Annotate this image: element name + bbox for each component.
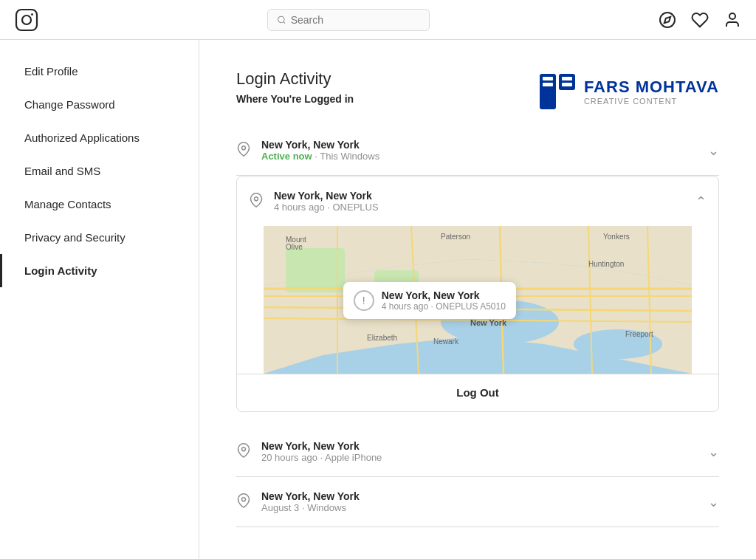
svg-rect-9 bbox=[543, 77, 553, 80]
map-container: Mount Olive Paterson Yonkers Huntington … bbox=[237, 226, 718, 374]
svg-point-5 bbox=[660, 13, 675, 27]
sidebar-item-email-sms[interactable]: Email and SMS bbox=[0, 154, 199, 188]
session-4-text: New York, New York August 3 · Windows bbox=[261, 490, 360, 513]
chevron-down-icon-3: ⌄ bbox=[708, 444, 719, 460]
top-navigation bbox=[0, 0, 756, 40]
main-layout: Edit Profile Change Password Authorized … bbox=[0, 40, 756, 559]
session-2-location: New York, New York bbox=[274, 190, 379, 202]
session-4-info: New York, New York August 3 · Windows bbox=[236, 490, 360, 513]
profile-icon[interactable] bbox=[724, 11, 741, 29]
session-4-detail: August 3 · Windows bbox=[261, 502, 360, 513]
brand-tagline: CREATIVE CONTENT bbox=[584, 97, 719, 106]
content-area: Login Activity Where You're Logged in FA… bbox=[199, 40, 756, 559]
svg-text:Paterson: Paterson bbox=[441, 233, 470, 241]
svg-line-4 bbox=[284, 21, 285, 23]
svg-text:Newark: Newark bbox=[433, 337, 459, 346]
svg-rect-13 bbox=[562, 83, 572, 86]
tooltip-warning-icon: ! bbox=[354, 290, 374, 311]
sidebar-item-privacy-security[interactable]: Privacy and Security bbox=[0, 221, 199, 254]
session-3-location: New York, New York bbox=[261, 440, 382, 452]
logout-row: Log Out bbox=[237, 374, 718, 411]
explore-icon[interactable] bbox=[659, 11, 676, 29]
sidebar-item-login-activity[interactable]: Login Activity bbox=[0, 254, 199, 287]
svg-point-42 bbox=[242, 447, 246, 450]
session-1: New York, New York Active now · This Win… bbox=[236, 126, 719, 176]
brand-name: FARS MOHTAVA bbox=[584, 78, 719, 97]
svg-text:Olive: Olive bbox=[286, 243, 303, 251]
svg-point-14 bbox=[242, 145, 246, 149]
svg-text:Freeport: Freeport bbox=[625, 330, 653, 338]
session-3-header[interactable]: New York, New York 20 hours ago · Apple … bbox=[236, 427, 719, 476]
tooltip-title: New York, New York bbox=[382, 289, 506, 301]
svg-point-1 bbox=[22, 16, 31, 24]
svg-text:Huntington: Huntington bbox=[588, 260, 624, 268]
sidebar-item-change-password[interactable]: Change Password bbox=[0, 88, 199, 121]
svg-point-2 bbox=[31, 13, 33, 16]
session-2-detail: 4 hours ago · ONEPLUS bbox=[274, 202, 379, 213]
session-4: New York, New York August 3 · Windows ⌄ bbox=[236, 477, 719, 527]
heart-icon[interactable] bbox=[691, 11, 709, 29]
where-logged-label: Where You're Logged in bbox=[236, 93, 354, 105]
search-bar[interactable] bbox=[267, 9, 430, 31]
sidebar-item-authorized-applications[interactable]: Authorized Applications bbox=[0, 121, 199, 154]
sidebar: Edit Profile Change Password Authorized … bbox=[0, 40, 199, 559]
brand-text-group: FARS MOHTAVA CREATIVE CONTENT bbox=[584, 78, 719, 106]
instagram-logo bbox=[15, 8, 38, 32]
svg-point-7 bbox=[729, 13, 735, 19]
chevron-down-icon-4: ⌄ bbox=[708, 494, 719, 510]
svg-point-15 bbox=[255, 196, 258, 200]
chevron-up-icon-2: ⌃ bbox=[695, 193, 707, 210]
svg-rect-0 bbox=[16, 10, 37, 30]
session-1-header[interactable]: New York, New York Active now · This Win… bbox=[236, 126, 719, 175]
session-4-location: New York, New York bbox=[261, 490, 360, 502]
session-1-location: New York, New York bbox=[261, 139, 379, 151]
session-3: New York, New York 20 hours ago · Apple … bbox=[236, 427, 719, 477]
pin-icon-1 bbox=[236, 142, 251, 160]
session-1-info: New York, New York Active now · This Win… bbox=[236, 139, 379, 162]
content-header: Login Activity Where You're Logged in FA… bbox=[236, 69, 719, 111]
session-2-info: New York, New York 4 hours ago · ONEPLUS bbox=[249, 190, 379, 213]
sidebar-item-edit-profile[interactable]: Edit Profile bbox=[0, 55, 199, 88]
session-1-detail: Active now · This Windows bbox=[261, 151, 379, 162]
pin-icon-4 bbox=[236, 493, 251, 511]
search-icon bbox=[277, 15, 286, 25]
chevron-down-icon-1: ⌄ bbox=[708, 143, 719, 159]
svg-rect-21 bbox=[286, 248, 345, 292]
session-2: New York, New York 4 hours ago · ONEPLUS… bbox=[236, 176, 719, 412]
svg-text:Yonkers: Yonkers bbox=[603, 233, 630, 241]
session-1-text: New York, New York Active now · This Win… bbox=[261, 139, 379, 162]
svg-rect-10 bbox=[543, 83, 553, 86]
session-4-header[interactable]: New York, New York August 3 · Windows ⌄ bbox=[236, 477, 719, 527]
svg-text:Elizabeth: Elizabeth bbox=[367, 334, 397, 342]
session-2-header[interactable]: New York, New York 4 hours ago · ONEPLUS… bbox=[237, 176, 718, 226]
sidebar-item-manage-contacts[interactable]: Manage Contacts bbox=[0, 188, 199, 221]
map-tooltip: ! New York, New York 4 hours ago · ONEPL… bbox=[343, 282, 516, 319]
svg-point-43 bbox=[242, 497, 246, 501]
brand-logo: FARS MOHTAVA CREATIVE CONTENT bbox=[538, 72, 719, 111]
svg-text:New York: New York bbox=[470, 318, 507, 327]
page-title: Login Activity bbox=[236, 69, 354, 89]
pin-icon-2 bbox=[249, 193, 264, 210]
svg-rect-11 bbox=[559, 74, 575, 90]
search-input[interactable] bbox=[291, 14, 420, 26]
svg-rect-12 bbox=[562, 77, 572, 80]
tooltip-sub: 4 hours ago · ONEPLUS A5010 bbox=[382, 301, 506, 312]
logout-button[interactable]: Log Out bbox=[249, 386, 707, 399]
session-3-detail: 20 hours ago · Apple iPhone bbox=[261, 452, 382, 463]
session-3-text: New York, New York 20 hours ago · Apple … bbox=[261, 440, 382, 463]
svg-point-3 bbox=[278, 16, 284, 22]
svg-marker-6 bbox=[664, 16, 670, 22]
brand-icon bbox=[538, 72, 577, 111]
nav-icons bbox=[659, 11, 741, 29]
tooltip-content: New York, New York 4 hours ago · ONEPLUS… bbox=[382, 289, 506, 312]
pin-icon-3 bbox=[236, 443, 251, 461]
page-header-left: Login Activity Where You're Logged in bbox=[236, 69, 354, 105]
session-3-info: New York, New York 20 hours ago · Apple … bbox=[236, 440, 382, 463]
session-2-text: New York, New York 4 hours ago · ONEPLUS bbox=[274, 190, 379, 213]
